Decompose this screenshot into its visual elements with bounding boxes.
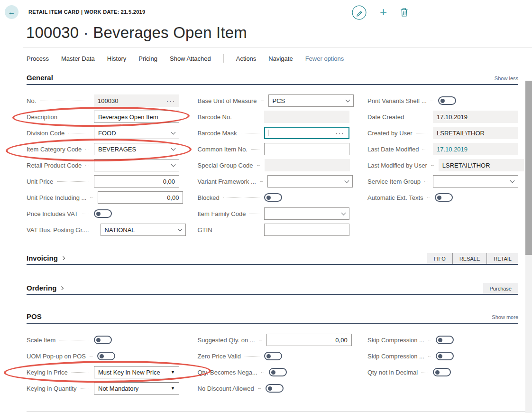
delete-button[interactable] — [400, 8, 408, 17]
field-label: Keying in Quantity — [27, 385, 77, 392]
retail-product-code-select[interactable] — [94, 159, 179, 171]
dotted-leader — [408, 117, 428, 117]
pos-section-title[interactable]: POS — [27, 312, 42, 320]
dotted-leader — [59, 340, 89, 340]
field-row-barcode-no: Barcode No. — [198, 109, 349, 125]
field-label: No Discount Allowed — [198, 385, 254, 392]
field-row-price-includes-vat: Price Includes VAT — [27, 206, 179, 222]
automatic-ext-texts-toggle[interactable] — [435, 193, 453, 202]
show-more-link[interactable]: Show more — [492, 314, 518, 320]
field-label: Date Created — [367, 113, 404, 121]
dotted-leader — [236, 117, 259, 117]
menu-item-actions[interactable]: Actions — [236, 55, 257, 62]
menu-item-master-data[interactable]: Master Data — [61, 55, 95, 62]
service-item-group-select[interactable] — [433, 175, 518, 188]
general-section-header[interactable]: General Show less — [27, 74, 518, 85]
field-row-service-item-group: Service Item Group — [367, 173, 518, 189]
price-includes-vat-toggle[interactable] — [94, 209, 112, 218]
top-action-bar: + — [352, 4, 408, 21]
no-discount-allowed-toggle[interactable] — [266, 384, 284, 393]
skip-compression-toggle-1[interactable] — [436, 336, 454, 344]
fewer-options-link[interactable]: Fewer options — [305, 55, 344, 62]
keying-in-quantity-select[interactable]: Not Mandatory ▼ — [94, 382, 179, 394]
dotted-leader — [81, 388, 89, 389]
field-row-blocked: Blocked — [198, 189, 349, 206]
invoicing-section-title[interactable]: Invoicing — [27, 254, 64, 262]
menu-item-navigate[interactable]: Navigate — [268, 55, 293, 62]
skip-compression-toggle-2[interactable] — [436, 352, 454, 360]
dotted-leader — [422, 149, 428, 150]
ellipsis-icon[interactable]: ··· — [336, 130, 345, 136]
field-label: Zero Price Valid — [198, 353, 241, 360]
dotted-leader — [85, 165, 89, 166]
dotted-leader — [93, 230, 96, 230]
unit-price-including-input[interactable]: 0,00 — [98, 191, 183, 204]
pos-fields: Scale Item UOM Pop-up on POS Keying in P… — [27, 332, 518, 396]
base-unit-of-measure-select[interactable]: PCS — [268, 94, 354, 107]
field-row-last-modified-by: Last Modified by User LSRETAIL\THOR — [367, 157, 518, 173]
menu-item-process[interactable]: Process — [27, 55, 49, 62]
item-category-code-select[interactable]: BEVERAGES — [94, 143, 179, 155]
common-item-no-input[interactable] — [264, 143, 349, 155]
keying-in-price-select[interactable]: Must Key in New Price ▼ — [94, 366, 179, 378]
suggested-qty-input[interactable]: 0,00 — [266, 334, 352, 346]
field-label: Blocked — [198, 194, 220, 201]
dotted-leader — [251, 149, 259, 150]
back-button[interactable]: ← — [5, 5, 18, 19]
print-variants-shelf-toggle[interactable] — [438, 96, 456, 105]
chevron-down-icon — [171, 146, 176, 150]
zero-price-valid-toggle[interactable] — [264, 352, 282, 360]
vat-bus-posting-group-select[interactable]: NATIONAL — [101, 224, 186, 236]
field-label: Skip Compression ... — [367, 353, 424, 360]
field-label: Service Item Group — [367, 178, 421, 185]
last-date-modified-field[interactable]: 17.10.2019 — [433, 143, 518, 155]
description-input[interactable]: Beverages Open Item — [94, 111, 179, 123]
dotted-leader — [61, 117, 89, 117]
division-code-select[interactable]: FOOD — [94, 127, 179, 139]
gtin-input[interactable] — [264, 224, 349, 236]
field-row-division-code: Division Code FOOD — [27, 125, 179, 141]
field-row-vat-bus-posting: VAT Bus. Posting Gr.... NATIONAL — [27, 222, 179, 238]
field-label: No. — [27, 97, 36, 104]
field-row-skip-compression-2: Skip Compression ... — [367, 348, 518, 364]
qty-becomes-negative-toggle[interactable] — [269, 368, 287, 376]
general-fields: No. 100030 ··· Description Beverages Ope… — [27, 93, 518, 238]
field-label: Variant Framework ... — [198, 178, 256, 185]
field-label: VAT Bus. Posting Gr.... — [27, 226, 89, 234]
created-by-user-field: LSRETAIL\THOR — [433, 127, 518, 139]
menu-item-show-attached[interactable]: Show Attached — [170, 55, 211, 62]
menu-item-history[interactable]: History — [107, 55, 126, 62]
new-button[interactable]: + — [380, 6, 387, 18]
field-row-skip-compression-1: Skip Compression ... — [367, 332, 518, 348]
edit-button[interactable] — [352, 5, 367, 20]
scale-item-toggle[interactable] — [94, 336, 112, 344]
invoicing-section-header[interactable]: Invoicing FIFO RESALE RETAIL — [27, 253, 518, 265]
dotted-leader — [90, 356, 92, 357]
scrollbar-thumb[interactable] — [525, 81, 532, 255]
ellipsis-icon[interactable]: ··· — [166, 98, 175, 104]
barcode-no-field[interactable] — [264, 111, 349, 123]
barcode-mask-input[interactable]: ··· — [264, 127, 349, 139]
show-less-link[interactable]: Show less — [495, 75, 518, 81]
blocked-toggle[interactable] — [264, 193, 282, 202]
general-section-title[interactable]: General — [27, 74, 53, 82]
ordering-section-title[interactable]: Ordering — [27, 284, 63, 292]
field-row-description: Description Beverages Open Item — [27, 109, 179, 125]
menu-item-pricing[interactable]: Pricing — [138, 55, 157, 62]
field-label: Last Modified by User — [367, 162, 427, 169]
field-row-qty-becomes-negative: Qty. Becomes Nega... — [198, 364, 349, 380]
no-field[interactable]: 100030 ··· — [94, 94, 179, 107]
item-family-code-select[interactable] — [264, 207, 349, 220]
variant-framework-select[interactable] — [267, 175, 353, 188]
field-row-created-by: Created by User LSRETAIL\THOR — [367, 125, 518, 141]
unit-price-input[interactable]: 0,00 — [94, 175, 179, 188]
ordering-section-header[interactable]: Ordering Purchase — [27, 282, 518, 295]
badge-retail: RETAIL — [486, 253, 518, 264]
dotted-leader — [241, 133, 259, 133]
uom-popup-on-pos-toggle[interactable] — [97, 352, 115, 360]
ordering-badges: Purchase — [483, 283, 518, 294]
special-group-code-field[interactable] — [265, 159, 350, 171]
select-arrow-icon: ▼ — [171, 370, 175, 375]
pos-section-header[interactable]: POS Show more — [27, 312, 518, 324]
qty-not-in-decimal-toggle[interactable] — [433, 368, 451, 376]
